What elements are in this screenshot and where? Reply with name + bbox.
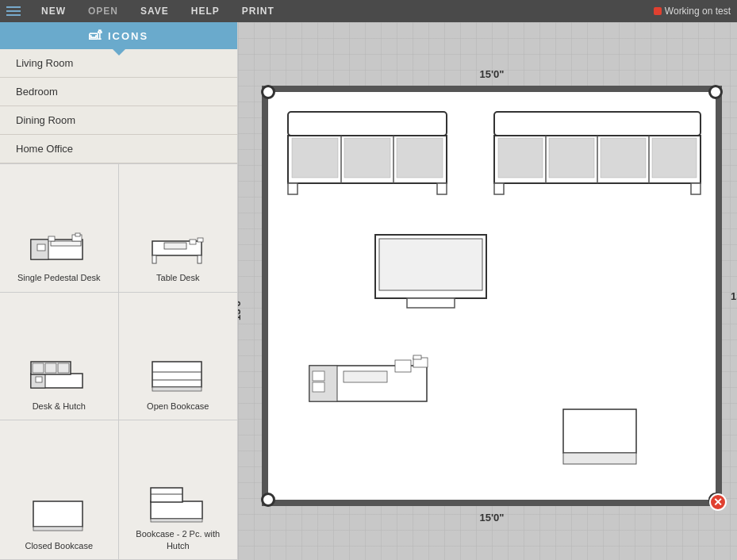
dim-right-label: 13'6" — [731, 290, 737, 302]
category-label: Living Room — [16, 57, 73, 69]
svg-rect-56 — [313, 382, 324, 392]
svg-rect-30 — [288, 112, 447, 136]
svg-rect-12 — [198, 238, 203, 242]
svg-rect-55 — [313, 371, 324, 381]
svg-rect-3 — [51, 241, 81, 246]
svg-rect-52 — [407, 298, 455, 308]
icon-label-closed-bookcase: Closed Bookcase — [25, 540, 93, 551]
sofa-left[interactable] — [284, 108, 451, 199]
main-layout: 🛋 ICONS Living Room Bedroom Dining Room … — [0, 22, 737, 560]
svg-rect-46 — [601, 138, 646, 178]
svg-rect-6 — [75, 233, 80, 236]
icon-bookcase-2pc-hutch[interactable]: Bookcase - 2 Pc. with Hutch — [119, 420, 238, 560]
category-label: Dining Room — [16, 114, 75, 126]
svg-rect-34 — [292, 138, 338, 178]
svg-rect-9 — [198, 255, 202, 263]
icon-label-desk-hutch: Desk & Hutch — [33, 401, 86, 412]
svg-rect-8 — [152, 255, 156, 263]
bookcase-2pc-hutch-icon — [146, 484, 209, 524]
desk-item[interactable] — [308, 354, 435, 417]
category-label: Bedroom — [16, 86, 58, 98]
icon-label-single-pedestal-desk: Single Pedestal Desk — [17, 272, 101, 283]
canvas-area[interactable]: 15'0" 15'0" 13'6" 13'6" — [238, 22, 737, 560]
svg-rect-57 — [344, 371, 387, 382]
svg-rect-35 — [344, 138, 390, 178]
svg-rect-28 — [151, 488, 182, 502]
svg-rect-60 — [413, 355, 421, 359]
table-desk-icon — [146, 228, 209, 267]
svg-rect-4 — [48, 236, 55, 241]
icons-tab-label: ICONS — [108, 30, 148, 42]
dim-top-label: 15'0" — [480, 68, 505, 80]
delete-button[interactable]: ✕ — [709, 493, 727, 511]
svg-rect-24 — [33, 501, 83, 527]
open-bookcase-icon — [146, 356, 209, 396]
icons-tab[interactable]: 🛋 ICONS — [0, 22, 237, 49]
svg-rect-2 — [37, 244, 45, 251]
icon-label-table-desk: Table Desk — [156, 272, 199, 283]
svg-rect-17 — [33, 363, 44, 373]
svg-rect-51 — [379, 239, 482, 290]
dim-bottom-label: 15'0" — [480, 512, 505, 524]
svg-rect-26 — [151, 501, 202, 519]
sofa-right[interactable] — [490, 108, 704, 199]
tv-monitor[interactable] — [371, 231, 490, 310]
svg-rect-10 — [164, 243, 186, 249]
corner-handle-tr[interactable] — [708, 85, 723, 99]
help-button[interactable]: HELP — [186, 4, 225, 18]
svg-rect-62 — [563, 453, 636, 464]
svg-rect-44 — [498, 138, 543, 178]
svg-rect-39 — [494, 112, 701, 136]
icon-desk-hutch[interactable]: Desk & Hutch — [0, 293, 119, 421]
sidebar: 🛋 ICONS Living Room Bedroom Dining Room … — [0, 22, 238, 560]
svg-rect-47 — [652, 138, 697, 178]
room[interactable]: 15'0" 15'0" 13'6" 13'6" — [262, 86, 722, 506]
icons-tab-icon: 🛋 — [89, 29, 103, 43]
icon-single-pedestal-desk[interactable]: Single Pedestal Desk — [0, 164, 119, 293]
svg-rect-11 — [190, 240, 196, 244]
svg-rect-48 — [494, 183, 504, 194]
status-badge: Working on test — [654, 6, 731, 17]
desk-hutch-icon — [27, 356, 90, 396]
menu-icon[interactable] — [6, 6, 21, 16]
open-button[interactable]: OPEN — [83, 4, 123, 18]
corner-handle-bl[interactable] — [261, 493, 275, 507]
icon-open-bookcase[interactable]: Open Bookcase — [119, 293, 238, 421]
corner-handle-tl[interactable] — [261, 85, 275, 99]
category-bedroom[interactable]: Bedroom — [0, 78, 237, 106]
status-text: Working on test — [665, 6, 731, 17]
svg-rect-37 — [288, 183, 297, 194]
svg-rect-38 — [437, 183, 447, 194]
svg-rect-49 — [691, 183, 701, 194]
status-dot-icon — [654, 7, 662, 15]
icon-label-bookcase-2pc-hutch: Bookcase - 2 Pc. with Hutch — [125, 528, 232, 551]
svg-rect-58 — [395, 360, 411, 372]
icon-grid: Single Pedestal Desk Table Desk — [0, 163, 237, 560]
icon-label-open-bookcase: Open Bookcase — [147, 401, 209, 412]
closed-bookcase-icon — [27, 496, 90, 535]
svg-rect-19 — [58, 363, 69, 373]
svg-rect-20 — [152, 362, 202, 387]
print-button[interactable]: PRINT — [237, 4, 279, 18]
svg-rect-23 — [152, 387, 202, 391]
dim-left-label: 13'6" — [238, 296, 243, 320]
small-furniture-item[interactable] — [562, 405, 641, 469]
new-button[interactable]: NEW — [36, 4, 71, 18]
svg-rect-18 — [45, 363, 56, 373]
toolbar: NEW OPEN SAVE HELP PRINT Working on test — [0, 0, 737, 22]
save-button[interactable]: SAVE — [136, 4, 174, 18]
icon-table-desk[interactable]: Table Desk — [119, 164, 238, 293]
svg-rect-36 — [397, 138, 443, 178]
svg-rect-25 — [33, 527, 83, 531]
category-home-office[interactable]: Home Office — [0, 135, 237, 163]
svg-rect-45 — [549, 138, 594, 178]
svg-rect-15 — [36, 377, 42, 382]
category-dining-room[interactable]: Dining Room — [0, 106, 237, 135]
icon-closed-bookcase[interactable]: Closed Bookcase — [0, 420, 119, 560]
svg-rect-61 — [563, 409, 636, 453]
category-label: Home Office — [16, 143, 73, 155]
svg-rect-27 — [151, 519, 202, 522]
single-pedestal-desk-icon — [27, 228, 90, 267]
